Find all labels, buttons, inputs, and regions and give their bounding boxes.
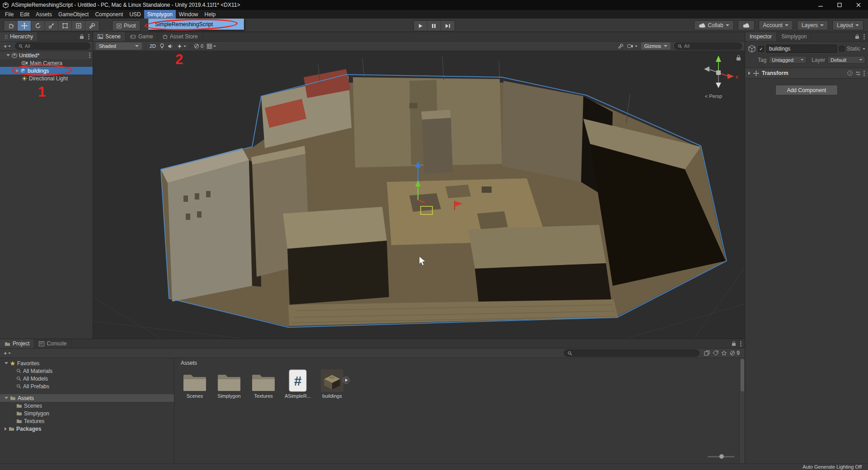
scene-tools-icon[interactable] (618, 43, 624, 49)
hierarchy-lock-icon[interactable] (80, 34, 84, 39)
scene-viewport[interactable]: x < Persp (93, 51, 745, 339)
layers-dropdown[interactable]: Layers (797, 20, 828, 30)
collab-dropdown[interactable]: Collab (694, 20, 734, 30)
hierarchy-menu-icon[interactable] (88, 34, 89, 40)
asset-buildings-prefab[interactable]: buildings (318, 368, 346, 399)
inspector-menu-icon[interactable] (863, 34, 865, 40)
favorites-star-icon[interactable] (721, 350, 727, 356)
tab-console[interactable]: Console (34, 339, 71, 348)
hierarchy-search-input[interactable] (25, 43, 87, 49)
hand-tool-button[interactable] (4, 21, 18, 31)
fold-open-icon[interactable] (6, 54, 10, 56)
tab-inspector[interactable]: Inspector (745, 32, 777, 41)
asset-script[interactable]: # ASimpleR... (284, 368, 312, 399)
menu-help[interactable]: Help (202, 10, 219, 19)
asset-scenes[interactable]: Scenes (181, 368, 209, 399)
component-menu-icon[interactable] (863, 70, 865, 76)
tab-project[interactable]: Project (0, 339, 34, 348)
tab-hierarchy[interactable]: Hierarchy (0, 32, 38, 41)
tab-asset-store[interactable]: Asset Store (158, 32, 203, 41)
menu-window[interactable]: Window (176, 10, 202, 19)
rect-tool-button[interactable] (58, 21, 72, 31)
fold-closed-icon[interactable] (16, 69, 19, 73)
tag-dropdown[interactable]: Untagged (769, 56, 807, 64)
expand-subassets-button[interactable] (343, 377, 350, 384)
shading-mode-dropdown[interactable]: Shaded (96, 42, 142, 50)
menu-file[interactable]: File (2, 10, 17, 19)
fold-closed-icon[interactable] (5, 427, 7, 431)
layer-dropdown[interactable]: Default (827, 56, 865, 64)
project-search-input[interactable] (574, 350, 696, 356)
tree-all-prefabs[interactable]: All Prefabs (0, 382, 174, 390)
menu-simplygon[interactable]: Simplygon (144, 10, 176, 19)
tree-all-models[interactable]: All Models (0, 375, 174, 382)
menu-assets[interactable]: Assets (33, 10, 55, 19)
project-lock-icon[interactable] (732, 341, 736, 346)
auto-generate-lighting-status[interactable]: Auto Generate Lighting Off (802, 464, 862, 470)
grid-dropdown[interactable] (207, 44, 216, 49)
scene-camera-dropdown[interactable] (627, 44, 638, 48)
tree-favorites[interactable]: Favorites (0, 359, 174, 367)
tab-scene[interactable]: Scene (93, 32, 126, 41)
scene-search[interactable] (674, 42, 742, 50)
scene-audio-toggle[interactable] (168, 44, 174, 49)
project-scrollbar[interactable] (739, 358, 745, 464)
tree-packages[interactable]: Packages (0, 425, 174, 433)
play-button[interactable] (414, 21, 427, 31)
scene-lighting-toggle[interactable] (160, 43, 164, 49)
tab-game[interactable]: Game (126, 32, 158, 41)
cloud-services-button[interactable] (738, 20, 755, 30)
move-tool-button[interactable] (18, 21, 31, 31)
menu-usd[interactable]: USD (126, 10, 144, 19)
object-name-field[interactable] (766, 45, 837, 53)
close-button[interactable] (849, 0, 868, 10)
help-icon[interactable]: ? (847, 70, 853, 76)
tree-folder-scenes[interactable]: Scenes (0, 402, 174, 410)
asset-zoom-slider[interactable] (708, 454, 735, 459)
tab-simplygon[interactable]: Simplygon (777, 32, 812, 41)
transform-component-header[interactable]: Transform ? (745, 68, 868, 79)
menu-gameobject[interactable]: GameObject (55, 10, 92, 19)
presets-icon[interactable] (855, 71, 861, 76)
hidden-objects-toggle[interactable]: 0 (194, 43, 203, 49)
tree-folder-textures[interactable]: Textures (0, 417, 174, 425)
2d-toggle[interactable]: 2D (150, 43, 156, 49)
project-search[interactable] (564, 349, 699, 357)
menu-item-simpleremeshingscript[interactable]: SimpleRemeshingScript (149, 19, 244, 29)
menu-edit[interactable]: Edit (17, 10, 33, 19)
hierarchy-create-button[interactable]: + (2, 43, 12, 50)
scene-effects-dropdown[interactable] (177, 44, 186, 49)
project-menu-icon[interactable] (740, 341, 741, 347)
transform-tool-button[interactable] (72, 21, 85, 31)
hierarchy-item-directional-light[interactable]: Directional Light (0, 74, 93, 82)
pivot-toggle-button[interactable]: Pivot (113, 21, 140, 31)
active-checkbox[interactable]: ✓ (758, 46, 764, 52)
project-create-button[interactable]: + (2, 350, 12, 357)
hierarchy-item-buildings[interactable]: buildings (0, 67, 93, 74)
fold-open-icon[interactable] (5, 362, 8, 364)
custom-tool-button[interactable] (85, 21, 99, 31)
menu-component[interactable]: Component (92, 10, 126, 19)
scene-row-menu-icon[interactable] (89, 52, 93, 58)
account-dropdown[interactable]: Account (759, 20, 793, 30)
perspective-label[interactable]: < Persp (705, 93, 722, 99)
fold-closed-icon[interactable] (748, 71, 751, 75)
static-checkbox[interactable] (839, 46, 845, 51)
tree-all-materials[interactable]: All Materials (0, 367, 174, 375)
tree-folder-simplygon[interactable]: Simplygon (0, 410, 174, 417)
hierarchy-item-main-camera[interactable]: Main Camera (0, 59, 93, 67)
asset-textures[interactable]: Textures (249, 368, 277, 399)
maximize-button[interactable] (830, 0, 849, 10)
fold-open-icon[interactable] (5, 397, 8, 399)
minimize-button[interactable] (811, 0, 830, 10)
step-button[interactable] (441, 21, 455, 31)
scene-search-input[interactable] (684, 43, 738, 49)
pause-button[interactable] (427, 21, 441, 31)
tree-assets[interactable]: Assets (0, 394, 174, 402)
zoom-slider-thumb[interactable] (719, 454, 724, 459)
scale-tool-button[interactable] (45, 21, 58, 31)
inspector-lock-icon[interactable] (855, 34, 859, 39)
hierarchy-scene-row[interactable]: Untitled* (0, 51, 93, 59)
rotate-tool-button[interactable] (31, 21, 45, 31)
static-dropdown-caret[interactable] (863, 48, 865, 50)
